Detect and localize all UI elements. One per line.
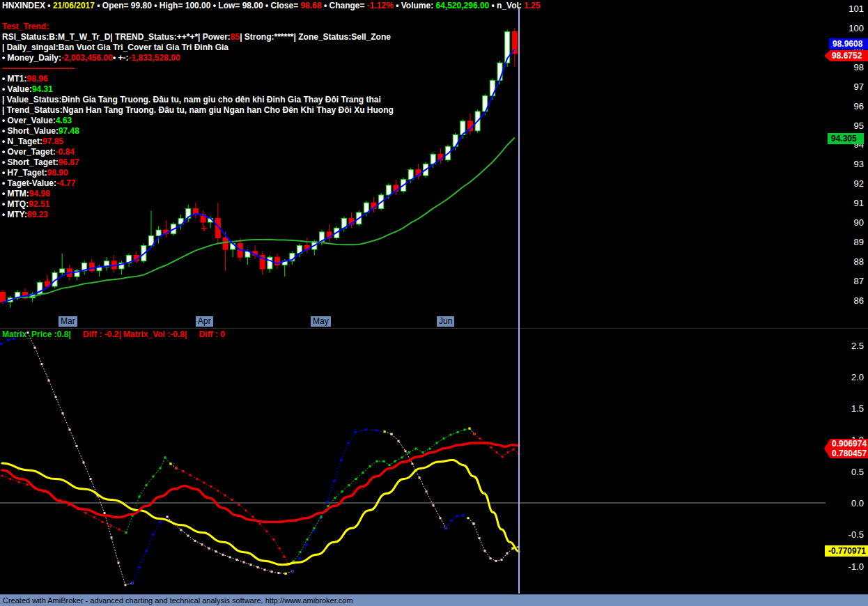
oscillator-signal-segment-5-marker-17 (408, 451, 410, 453)
oscillator-fast-segment-7-marker-7 (440, 517, 442, 519)
title-segment-8: 64,520,296.00 (436, 1, 490, 10)
info-line-15-seg-0: • Taget-Value: (2, 178, 56, 188)
oscillator-tick-0.0: 0.0 (822, 498, 864, 508)
oscillator-fast-segment-3-marker-15 (271, 570, 273, 573)
oscillator-signal-segment-1-marker-0 (125, 531, 127, 534)
price-and-oscillator-chart[interactable] (0, 0, 868, 606)
candle-body-49 (364, 203, 369, 212)
oscillator-signal-segment-2-marker-0 (170, 463, 172, 465)
info-line-5: • MT1:98.96 (2, 74, 48, 84)
title-segment-6: -1.12% (367, 1, 394, 10)
oscillator-fast-segment-2-marker-3 (153, 534, 155, 536)
oscillator-fast-segment-3-marker-8 (222, 554, 224, 556)
month-label-apr: Apr (196, 316, 213, 327)
info-line-13-seg-0: • Short_Taget: (2, 157, 59, 167)
oscillator-fast-segment-3-marker-2 (180, 529, 183, 531)
oscillator-signal-segment-0-marker-11 (93, 516, 95, 518)
oscillator-fast-segment-5-marker-7 (341, 459, 343, 461)
oscillator-fast-segment-7-marker-4 (419, 476, 421, 479)
slow-ma-line (3, 138, 515, 302)
info-line-2: | Daily_singal:Ban Vuot Gia Tri_Cover ta… (2, 42, 228, 52)
title-segment-9: • n_Vol: (489, 1, 524, 10)
info-line-18-seg-0: • MTY: (2, 210, 27, 219)
price-tick-97: 97 (822, 81, 864, 92)
oscillator-fast-segment-1-marker-9 (90, 478, 92, 480)
oscillator-fast-segment-1-marker-4 (55, 396, 57, 398)
oscillator-fast-segment-10-marker-5 (501, 559, 503, 561)
info-line-3: • Money_Daily:-2,003,456.00• +-:-1,833,5… (2, 53, 180, 63)
amibroker-window: HNXINDEX • 21/06/2017 • Open= 99.80 • Hi… (0, 0, 868, 606)
oscillator-signal-segment-5-marker-9 (355, 478, 357, 480)
oscillator-signal-segment-3-marker-13 (266, 530, 268, 532)
oscillator-signal-segment-5-marker-15 (394, 460, 396, 463)
oscillator-tick--1.0: -1.0 (822, 561, 864, 572)
oscillator-signal-segment-3-marker-4 (203, 482, 206, 484)
oscillator-signal-segment-3-marker-1 (183, 470, 185, 472)
price-tick-98: 98 (822, 62, 864, 72)
info-line-9-seg-1: 4.63 (56, 116, 72, 125)
oscillator-fast-segment-5-marker-10 (365, 428, 367, 430)
oscillator-signal-segment-5-marker-19 (422, 451, 424, 453)
oscillator-tick-1.5: 1.5 (822, 403, 864, 414)
oscillator-signal-segment-5-marker-12 (376, 460, 378, 463)
oscillator-signal-segment-3-marker-2 (189, 474, 192, 476)
info-line-9-seg-0: • Over_Value: (2, 116, 56, 125)
info-line-12-seg-1: -0.84 (56, 147, 75, 157)
oscillator-fast-segment-5-marker-5 (327, 501, 329, 503)
candle-body-12 (89, 263, 94, 271)
info-line-8: | Trend_Status:Ngan Han Tang Truong. Đâu… (2, 105, 394, 115)
info-line-14-seg-0: • H7_Taget: (2, 168, 47, 178)
info-line-17: • MTQ:92.51 (2, 199, 49, 209)
info-line-6-seg-0: • Value: (2, 84, 32, 94)
oscillator-fast-segment-1 (28, 332, 132, 584)
oscillator-fast-segment-2 (132, 517, 167, 583)
title-segment-2: 21/06/2017 (53, 1, 95, 10)
candle-body-36 (268, 257, 272, 269)
info-line-3-seg-0: • Money_Daily: (2, 53, 61, 63)
oscillator-fast-segment-1-marker-2 (41, 363, 43, 365)
oscillator-signal-segment-1-marker-6 (164, 456, 166, 458)
title-segment-3: • Open= 99.80 • High= 100.00 • Low= 98.0… (95, 1, 301, 10)
oscillator-signal-segment-7-marker-4 (496, 451, 498, 453)
info-line-10-seg-1: 97.48 (59, 126, 79, 136)
oscillator-fast-segment-10-marker-2 (484, 550, 486, 552)
oscillator-fast-segment-1-marker-6 (69, 428, 71, 430)
info-line-11: • N_Taget:97.85 (2, 137, 63, 146)
chart-cursor-line[interactable] (518, 7, 520, 593)
oscillator-signal-segment-5-marker-11 (369, 465, 371, 467)
info-line-0: Test_Trend: (2, 22, 49, 31)
info-line-1-seg-0: RSI_Status:B:M_T_W_Tr_D| TREND_Status:++… (2, 32, 231, 42)
oscillator-signal-segment-3-marker-16 (284, 556, 286, 558)
oscillator-signal-segment-0-marker-2 (18, 481, 20, 483)
slow-ma-price-tag: 94.305 (828, 133, 864, 144)
oscillator-signal-segment-0-marker-13 (110, 525, 112, 527)
oscillator-red-tags: 0.906974 0.780457 (824, 439, 868, 458)
info-line-14-seg-1: 98.90 (47, 168, 68, 178)
oscillator-signal-segment-5-marker-2 (307, 538, 309, 541)
oscillator-signal-segment-5-marker-22 (443, 437, 445, 440)
candle-body-30 (223, 238, 228, 249)
oscillator-signal-segment-3-marker-8 (231, 499, 233, 501)
info-line-6-seg-1: 94.31 (32, 84, 53, 94)
oscillator-signal-segment-5-marker-4 (320, 515, 323, 518)
info-line-13-seg-1: 96.87 (59, 157, 79, 167)
oscillator-signal-segment-5-marker-21 (436, 442, 438, 444)
oscillator-fast-segment-2-marker-2 (146, 550, 148, 552)
oscillator-signal-segment-3-marker-14 (273, 538, 275, 541)
oscillator-fast-segment-10-marker-0 (473, 522, 475, 525)
oscillator-fast-segment-11-marker-0 (512, 547, 514, 550)
oscillator-fast-segment-1-marker-3 (48, 380, 50, 382)
price-tick-88: 88 (822, 256, 864, 267)
oscillator-fast-segment-5-marker-6 (334, 480, 336, 482)
info-line-17-seg-1: 92.51 (29, 199, 49, 209)
oscillator-fast-segment-8 (446, 515, 468, 528)
info-line-15: • Taget-Value:-4.77 (2, 178, 75, 188)
info-line-7: | Value_Status:Đinh Gia Tang Truong. Đâu… (2, 95, 381, 104)
price-tick-89: 89 (822, 237, 864, 247)
oscillator-fast-segment-5-marker-8 (348, 442, 350, 444)
oscillator-fast-segment-3-marker-7 (215, 550, 217, 552)
oscillator-fast-segment-5-marker-1 (299, 557, 301, 559)
oscillator-tick--0.5: -0.5 (822, 529, 864, 540)
oscillator-tick-2.5: 2.5 (822, 341, 864, 351)
oscillator-signal-segment-3-marker-7 (224, 495, 226, 497)
